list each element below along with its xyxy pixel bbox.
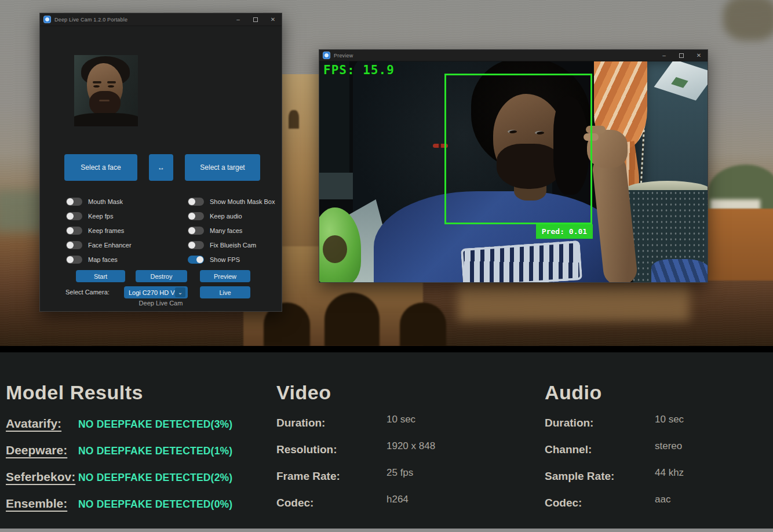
toggle-switch[interactable] <box>188 241 204 249</box>
camera-dropdown[interactable]: Logi C270 HD V ⌄ <box>124 286 188 298</box>
toggle-switch[interactable] <box>188 227 204 235</box>
section-heading: Video <box>276 381 435 404</box>
toggle-switch[interactable] <box>66 241 82 249</box>
info-label: Codec: <box>276 497 386 509</box>
toggle-switch[interactable] <box>188 256 204 264</box>
toggle-keep-audio[interactable]: Keep audio <box>188 211 242 221</box>
webcam-blue-cloth <box>651 259 708 282</box>
model-result-row: Deepware: NO DEEPFAKE DETECTED(1%) <box>6 443 232 457</box>
audio-info-row: Channel: stereo <box>545 443 684 456</box>
toggle-label: Face Enhancer <box>88 242 132 249</box>
toggle-switch[interactable] <box>66 256 82 264</box>
model-result-value: NO DEEPFAKE DETECTED(3%) <box>78 418 232 431</box>
wallpaper-rocks <box>458 283 690 321</box>
prediction-badge: Pred: 0.01 <box>536 224 593 239</box>
source-face-brow <box>93 81 101 83</box>
preview-window: Preview – ✕ <box>319 49 708 283</box>
select-face-button[interactable]: Select a face <box>64 154 137 181</box>
model-results-section: Model Results Avatarify: NO DEEPFAKE DET… <box>6 381 232 523</box>
wallpaper-field <box>707 209 773 280</box>
info-label: Duration: <box>545 417 655 429</box>
live-button[interactable]: Live <box>200 286 250 298</box>
video-info-row: Frame Rate: 25 fps <box>276 470 435 483</box>
model-name-link[interactable]: Seferbekov: <box>6 470 78 484</box>
toggle-keep-fps[interactable]: Keep fps <box>66 211 113 221</box>
toggle-switch[interactable] <box>188 212 204 220</box>
webcam-feed: FPS: 15.9 Pred: 0.01 <box>319 61 708 282</box>
audio-info-row: Codec: aac <box>545 497 684 509</box>
model-name-link[interactable]: Avatarify: <box>6 417 78 431</box>
toggle-show-mouth-mask-box[interactable]: Show Mouth Mask Box <box>188 196 275 207</box>
toggle-switch[interactable] <box>188 198 204 206</box>
select-target-button[interactable]: Select a target <box>185 154 260 181</box>
info-value: 10 sec <box>655 414 684 425</box>
info-label: Duration: <box>276 417 386 429</box>
preview-titlebar[interactable]: Preview – ✕ <box>319 50 708 61</box>
model-result-row: Ensemble: NO DEEPFAKE DETECTED(0%) <box>6 497 232 511</box>
info-label: Frame Rate: <box>276 470 386 483</box>
toggle-keep-frames[interactable]: Keep frames <box>66 225 124 236</box>
toggle-mouth-mask[interactable]: Mouth Mask <box>66 196 123 207</box>
results-panel: Model Results Avatarify: NO DEEPFAKE DET… <box>0 352 773 529</box>
preview-button[interactable]: Preview <box>200 270 250 282</box>
model-name-link[interactable]: Deepware: <box>6 443 78 457</box>
toggle-switch[interactable] <box>66 227 82 235</box>
camera-dropdown-value: Logi C270 HD V <box>129 289 175 296</box>
maximize-button[interactable] <box>247 13 264 25</box>
toggle-switch[interactable] <box>66 212 82 220</box>
toggle-label: Keep fps <box>88 213 113 220</box>
audio-section: Audio Duration: 10 sec Channel: stereo S… <box>545 381 684 523</box>
webcam-monitor <box>319 61 349 177</box>
toggle-show-fps[interactable]: Show FPS <box>188 254 240 265</box>
toggle-label: Map faces <box>88 256 118 263</box>
close-button[interactable]: ✕ <box>690 50 708 61</box>
info-value: stereo <box>655 440 682 452</box>
dlc-body: Select a face ↔ Select a target Mouth Ma… <box>40 26 282 312</box>
model-name-link[interactable]: Ensemble: <box>6 497 78 511</box>
toggle-label: Keep audio <box>210 213 242 220</box>
info-label: Resolution: <box>276 443 386 456</box>
section-heading: Model Results <box>6 381 232 404</box>
source-face-image <box>74 55 138 126</box>
info-value: 1920 x 848 <box>386 440 435 452</box>
info-value: 25 fps <box>386 467 413 479</box>
info-value: 10 sec <box>386 414 415 425</box>
screen: Deep Live Cam 1.2.0 Portable – ✕ <box>0 0 773 532</box>
minimize-button[interactable]: – <box>655 50 673 61</box>
app-footer-label: Deep Live Cam <box>40 300 282 307</box>
info-value: h264 <box>386 494 409 505</box>
window-title: Preview <box>334 53 353 59</box>
audio-info-row: Duration: 10 sec <box>545 417 684 429</box>
close-button[interactable]: ✕ <box>264 13 282 25</box>
app-logo-icon <box>43 16 51 23</box>
desktop-wallpaper: Deep Live Cam 1.2.0 Portable – ✕ <box>0 0 773 347</box>
toggle-many-faces[interactable]: Many faces <box>188 225 242 236</box>
toggle-fix-blueish-cam[interactable]: Fix Blueish Cam <box>188 240 256 250</box>
toggle-switch[interactable] <box>66 198 82 206</box>
maximize-button[interactable] <box>673 50 690 61</box>
source-face-eye <box>108 85 114 88</box>
info-value: 44 khz <box>655 467 684 479</box>
video-section: Video Duration: 10 sec Resolution: 1920 … <box>276 381 435 523</box>
deep-live-cam-window: Deep Live Cam 1.2.0 Portable – ✕ <box>39 13 282 312</box>
app-logo-icon <box>323 52 330 59</box>
info-label: Sample Rate: <box>545 470 655 483</box>
fps-counter: FPS: 15.9 <box>323 63 395 77</box>
maximize-icon <box>253 17 258 22</box>
start-button[interactable]: Start <box>76 270 125 282</box>
dlc-titlebar[interactable]: Deep Live Cam 1.2.0 Portable – ✕ <box>40 13 282 26</box>
source-face-shoulders <box>74 113 138 126</box>
destroy-button[interactable]: Destroy <box>136 270 187 282</box>
face-detection-box <box>444 74 592 224</box>
toggle-label: Mouth Mask <box>88 198 123 205</box>
webcam-table <box>319 173 355 199</box>
minimize-button[interactable]: – <box>229 13 247 25</box>
window-title: Deep Live Cam 1.2.0 Portable <box>54 17 127 23</box>
toggle-face-enhancer[interactable]: Face Enhancer <box>66 240 132 250</box>
toggle-map-faces[interactable]: Map faces <box>66 254 118 265</box>
bottom-edge-strip <box>0 529 773 532</box>
swap-faces-button[interactable]: ↔ <box>149 154 173 181</box>
info-label: Channel: <box>545 443 655 456</box>
section-heading: Audio <box>545 381 684 404</box>
model-result-value: NO DEEPFAKE DETECTED(1%) <box>78 445 232 457</box>
